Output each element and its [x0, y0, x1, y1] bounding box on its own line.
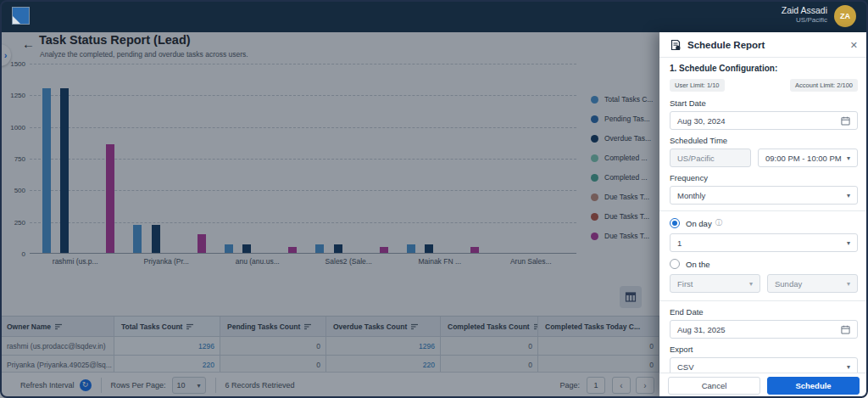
- legend-label: Due Tasks T...: [604, 232, 649, 240]
- legend-dot-icon: [591, 233, 598, 240]
- scheduled-time-label: Scheduled Time: [670, 136, 858, 145]
- column-header[interactable]: Completed Tasks Today C...: [538, 317, 659, 337]
- column-header-label: Owner Name: [7, 322, 51, 331]
- legend-item[interactable]: Total Tasks C...: [591, 95, 653, 104]
- table-header-row: Owner NameTotal Tasks CountPending Tasks…: [0, 317, 659, 337]
- on-the-radio[interactable]: On the: [670, 259, 858, 269]
- bar[interactable]: [60, 88, 69, 253]
- legend-item[interactable]: Due Tasks T...: [591, 193, 649, 201]
- bar[interactable]: [380, 247, 388, 253]
- on-day-radio[interactable]: On day ⓘ: [670, 218, 858, 228]
- rows-per-page-label: Rows Per Page:: [111, 381, 166, 390]
- bar[interactable]: [470, 247, 479, 253]
- panel-header: Schedule Report ✕: [659, 32, 868, 57]
- bar[interactable]: [288, 247, 297, 253]
- close-icon[interactable]: ✕: [850, 40, 858, 51]
- gridline: [30, 64, 576, 64]
- legend-dot-icon: [591, 154, 598, 162]
- previous-page-button[interactable]: ‹: [612, 377, 631, 394]
- legend-item[interactable]: Completed ...: [591, 173, 648, 182]
- bar[interactable]: [242, 244, 251, 253]
- app-logo[interactable]: [12, 7, 30, 25]
- on-day-select[interactable]: 1 ▾: [670, 233, 858, 252]
- user-region: US/Pacific: [782, 16, 827, 24]
- info-icon: ⓘ: [715, 218, 723, 228]
- sort-icon[interactable]: [186, 323, 194, 330]
- bar[interactable]: [407, 244, 415, 253]
- legend-label: Total Tasks C...: [604, 95, 653, 104]
- rows-per-page-select[interactable]: 10 ▾: [172, 377, 206, 394]
- divider: [101, 378, 102, 393]
- end-date-input[interactable]: Aug 31, 2025: [670, 320, 858, 339]
- user-info[interactable]: Zaid Assadi US/Pacific: [782, 5, 827, 24]
- column-header-label: Total Tasks Count: [121, 322, 182, 331]
- bar[interactable]: [106, 144, 114, 253]
- frequency-label: Frequency: [670, 173, 858, 182]
- caret-down-icon: ▾: [749, 280, 753, 288]
- legend-dot-icon: [591, 135, 598, 143]
- caret-down-icon: ▾: [847, 154, 850, 162]
- column-header[interactable]: Total Tasks Count: [114, 317, 220, 337]
- back-button[interactable]: ←: [22, 36, 35, 51]
- table-footer-bar: Refresh Interval ↻ Rows Per Page: 10 ▾ 6…: [0, 372, 659, 398]
- report-main-area: ← Task Status Report (Lead) Analyze the …: [0, 32, 659, 398]
- bar[interactable]: [225, 244, 233, 253]
- column-header[interactable]: Overdue Tasks Count: [326, 317, 441, 337]
- bar[interactable]: [198, 234, 206, 253]
- x-axis-category-label: rashmi (us.p...: [30, 257, 121, 266]
- frequency-select[interactable]: Monthly ▾: [670, 186, 858, 205]
- refresh-interval-label: Refresh Interval: [20, 381, 75, 390]
- legend-item[interactable]: Due Tasks T...: [591, 232, 649, 240]
- divider: [215, 378, 216, 393]
- gridline: [30, 95, 576, 96]
- legend-item[interactable]: Due Tasks T...: [591, 212, 649, 221]
- panel-footer: Cancel Schedule: [659, 373, 868, 398]
- column-header-label: Completed Tasks Today C...: [545, 322, 640, 331]
- count-cell: 0: [538, 337, 659, 356]
- schedule-button[interactable]: Schedule: [767, 377, 860, 395]
- legend-item[interactable]: Completed ...: [591, 154, 648, 162]
- calendar-icon: [841, 325, 850, 334]
- legend-label: Due Tasks T...: [604, 193, 649, 201]
- cancel-button[interactable]: Cancel: [668, 377, 760, 395]
- column-header[interactable]: Completed Tasks Count: [441, 317, 538, 337]
- bar[interactable]: [152, 225, 160, 253]
- schedule-report-panel: Schedule Report ✕ 1. Schedule Configurat…: [659, 32, 868, 398]
- radio-selected-icon[interactable]: [670, 218, 680, 228]
- count-cell[interactable]: 1296: [326, 337, 441, 356]
- top-navigation-bar: Zaid Assadi US/Pacific ZA: [0, 0, 868, 32]
- bar[interactable]: [334, 244, 342, 253]
- table-row: rashmi (us.prodacc@lsqdev.in)12960129600: [0, 337, 659, 356]
- refresh-icon[interactable]: ↻: [80, 379, 92, 391]
- legend-label: Due Tasks T...: [604, 212, 649, 221]
- legend-label: Completed ...: [604, 173, 648, 182]
- bar[interactable]: [315, 244, 324, 253]
- account-limit-badge: Account Limit: 2/100: [790, 79, 858, 92]
- bar-chart-plot-area: [30, 64, 576, 254]
- sort-icon[interactable]: [411, 323, 419, 330]
- monthly-options-section: On day ⓘ 1 ▾ On the First ▾ Sunday ▾: [659, 210, 868, 301]
- y-axis-tick-label: 750: [3, 155, 25, 163]
- column-header[interactable]: Owner Name: [0, 317, 114, 337]
- sort-icon[interactable]: [304, 323, 312, 330]
- legend-dot-icon: [591, 213, 598, 221]
- count-cell[interactable]: 1296: [114, 337, 220, 356]
- table-view-toggle-button[interactable]: [620, 286, 642, 308]
- x-axis-category-label: Sales2 (Sale...: [303, 257, 395, 266]
- legend-item[interactable]: Overdue Tas...: [591, 134, 651, 143]
- legend-label: Overdue Tas...: [604, 134, 651, 143]
- legend-item[interactable]: Pending Tas...: [591, 115, 650, 123]
- next-page-button[interactable]: ›: [636, 377, 654, 394]
- on-the-ordinal-select: First ▾: [670, 274, 760, 293]
- avatar[interactable]: ZA: [834, 5, 856, 27]
- bar[interactable]: [133, 225, 142, 253]
- bar[interactable]: [42, 88, 51, 253]
- column-header[interactable]: Pending Tasks Count: [220, 317, 326, 337]
- bar[interactable]: [425, 244, 433, 253]
- y-axis-tick-label: 250: [3, 219, 25, 227]
- start-date-input[interactable]: Aug 30, 2024: [670, 111, 858, 130]
- sort-icon[interactable]: [55, 323, 63, 330]
- page-number-input[interactable]: 1: [587, 377, 605, 394]
- radio-unselected-icon[interactable]: [670, 259, 680, 269]
- time-range-select[interactable]: 09:00 PM - 10:00 PM ▾: [758, 149, 858, 167]
